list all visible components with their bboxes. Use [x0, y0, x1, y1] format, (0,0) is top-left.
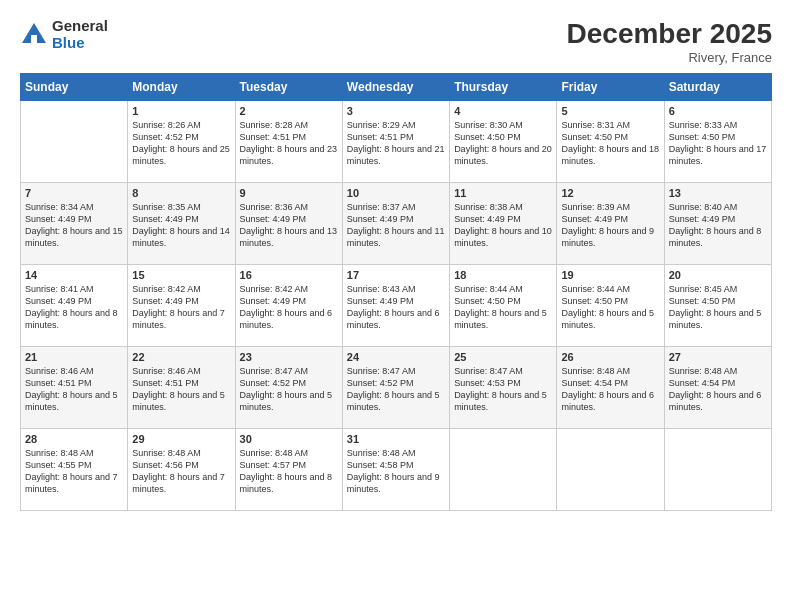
calendar-cell: 20Sunrise: 8:45 AMSunset: 4:50 PMDayligh… [664, 265, 771, 347]
cell-content: Sunrise: 8:30 AMSunset: 4:50 PMDaylight:… [454, 119, 552, 168]
calendar-cell: 30Sunrise: 8:48 AMSunset: 4:57 PMDayligh… [235, 429, 342, 511]
calendar-week-0: 1Sunrise: 8:26 AMSunset: 4:52 PMDaylight… [21, 101, 772, 183]
cell-content: Sunrise: 8:44 AMSunset: 4:50 PMDaylight:… [454, 283, 552, 332]
cell-content: Sunrise: 8:31 AMSunset: 4:50 PMDaylight:… [561, 119, 659, 168]
day-number: 12 [561, 187, 659, 199]
page: General Blue December 2025 Rivery, Franc… [0, 0, 792, 612]
cell-content: Sunrise: 8:26 AMSunset: 4:52 PMDaylight:… [132, 119, 230, 168]
day-number: 13 [669, 187, 767, 199]
calendar-cell: 9Sunrise: 8:36 AMSunset: 4:49 PMDaylight… [235, 183, 342, 265]
calendar-cell [21, 101, 128, 183]
calendar-cell: 14Sunrise: 8:41 AMSunset: 4:49 PMDayligh… [21, 265, 128, 347]
cell-content: Sunrise: 8:29 AMSunset: 4:51 PMDaylight:… [347, 119, 445, 168]
day-number: 14 [25, 269, 123, 281]
logo-blue-text: Blue [52, 35, 108, 52]
cell-content: Sunrise: 8:38 AMSunset: 4:49 PMDaylight:… [454, 201, 552, 250]
calendar-week-1: 7Sunrise: 8:34 AMSunset: 4:49 PMDaylight… [21, 183, 772, 265]
day-number: 7 [25, 187, 123, 199]
calendar-cell [450, 429, 557, 511]
cell-content: Sunrise: 8:48 AMSunset: 4:54 PMDaylight:… [669, 365, 767, 414]
day-number: 21 [25, 351, 123, 363]
day-number: 15 [132, 269, 230, 281]
calendar-cell: 29Sunrise: 8:48 AMSunset: 4:56 PMDayligh… [128, 429, 235, 511]
day-number: 6 [669, 105, 767, 117]
cell-content: Sunrise: 8:45 AMSunset: 4:50 PMDaylight:… [669, 283, 767, 332]
calendar-week-3: 21Sunrise: 8:46 AMSunset: 4:51 PMDayligh… [21, 347, 772, 429]
logo-text: General Blue [52, 18, 108, 51]
day-number: 16 [240, 269, 338, 281]
title-block: December 2025 Rivery, France [567, 18, 772, 65]
day-number: 25 [454, 351, 552, 363]
cell-content: Sunrise: 8:42 AMSunset: 4:49 PMDaylight:… [132, 283, 230, 332]
calendar-table: SundayMondayTuesdayWednesdayThursdayFrid… [20, 73, 772, 511]
cell-content: Sunrise: 8:40 AMSunset: 4:49 PMDaylight:… [669, 201, 767, 250]
header-cell-thursday: Thursday [450, 74, 557, 101]
cell-content: Sunrise: 8:35 AMSunset: 4:49 PMDaylight:… [132, 201, 230, 250]
cell-content: Sunrise: 8:34 AMSunset: 4:49 PMDaylight:… [25, 201, 123, 250]
cell-content: Sunrise: 8:48 AMSunset: 4:55 PMDaylight:… [25, 447, 123, 496]
cell-content: Sunrise: 8:48 AMSunset: 4:57 PMDaylight:… [240, 447, 338, 496]
calendar-cell: 15Sunrise: 8:42 AMSunset: 4:49 PMDayligh… [128, 265, 235, 347]
cell-content: Sunrise: 8:37 AMSunset: 4:49 PMDaylight:… [347, 201, 445, 250]
day-number: 23 [240, 351, 338, 363]
calendar-cell: 1Sunrise: 8:26 AMSunset: 4:52 PMDaylight… [128, 101, 235, 183]
calendar-header-row: SundayMondayTuesdayWednesdayThursdayFrid… [21, 74, 772, 101]
cell-content: Sunrise: 8:47 AMSunset: 4:52 PMDaylight:… [347, 365, 445, 414]
calendar-cell: 17Sunrise: 8:43 AMSunset: 4:49 PMDayligh… [342, 265, 449, 347]
calendar-cell: 11Sunrise: 8:38 AMSunset: 4:49 PMDayligh… [450, 183, 557, 265]
cell-content: Sunrise: 8:46 AMSunset: 4:51 PMDaylight:… [132, 365, 230, 414]
header: General Blue December 2025 Rivery, Franc… [20, 18, 772, 65]
day-number: 4 [454, 105, 552, 117]
cell-content: Sunrise: 8:48 AMSunset: 4:54 PMDaylight:… [561, 365, 659, 414]
header-cell-sunday: Sunday [21, 74, 128, 101]
cell-content: Sunrise: 8:43 AMSunset: 4:49 PMDaylight:… [347, 283, 445, 332]
cell-content: Sunrise: 8:48 AMSunset: 4:56 PMDaylight:… [132, 447, 230, 496]
cell-content: Sunrise: 8:47 AMSunset: 4:53 PMDaylight:… [454, 365, 552, 414]
calendar-cell: 31Sunrise: 8:48 AMSunset: 4:58 PMDayligh… [342, 429, 449, 511]
header-cell-wednesday: Wednesday [342, 74, 449, 101]
calendar-cell: 25Sunrise: 8:47 AMSunset: 4:53 PMDayligh… [450, 347, 557, 429]
day-number: 24 [347, 351, 445, 363]
calendar-cell: 24Sunrise: 8:47 AMSunset: 4:52 PMDayligh… [342, 347, 449, 429]
cell-content: Sunrise: 8:47 AMSunset: 4:52 PMDaylight:… [240, 365, 338, 414]
calendar-cell: 8Sunrise: 8:35 AMSunset: 4:49 PMDaylight… [128, 183, 235, 265]
calendar-cell: 22Sunrise: 8:46 AMSunset: 4:51 PMDayligh… [128, 347, 235, 429]
day-number: 20 [669, 269, 767, 281]
calendar-cell: 2Sunrise: 8:28 AMSunset: 4:51 PMDaylight… [235, 101, 342, 183]
calendar-cell: 4Sunrise: 8:30 AMSunset: 4:50 PMDaylight… [450, 101, 557, 183]
cell-content: Sunrise: 8:41 AMSunset: 4:49 PMDaylight:… [25, 283, 123, 332]
cell-content: Sunrise: 8:42 AMSunset: 4:49 PMDaylight:… [240, 283, 338, 332]
header-cell-saturday: Saturday [664, 74, 771, 101]
cell-content: Sunrise: 8:28 AMSunset: 4:51 PMDaylight:… [240, 119, 338, 168]
day-number: 22 [132, 351, 230, 363]
calendar-cell: 28Sunrise: 8:48 AMSunset: 4:55 PMDayligh… [21, 429, 128, 511]
calendar-cell [557, 429, 664, 511]
cell-content: Sunrise: 8:39 AMSunset: 4:49 PMDaylight:… [561, 201, 659, 250]
calendar-cell: 23Sunrise: 8:47 AMSunset: 4:52 PMDayligh… [235, 347, 342, 429]
calendar-cell: 6Sunrise: 8:33 AMSunset: 4:50 PMDaylight… [664, 101, 771, 183]
day-number: 17 [347, 269, 445, 281]
cell-content: Sunrise: 8:44 AMSunset: 4:50 PMDaylight:… [561, 283, 659, 332]
cell-content: Sunrise: 8:33 AMSunset: 4:50 PMDaylight:… [669, 119, 767, 168]
day-number: 8 [132, 187, 230, 199]
day-number: 9 [240, 187, 338, 199]
cell-content: Sunrise: 8:36 AMSunset: 4:49 PMDaylight:… [240, 201, 338, 250]
calendar-cell: 19Sunrise: 8:44 AMSunset: 4:50 PMDayligh… [557, 265, 664, 347]
calendar-cell: 13Sunrise: 8:40 AMSunset: 4:49 PMDayligh… [664, 183, 771, 265]
calendar-cell: 16Sunrise: 8:42 AMSunset: 4:49 PMDayligh… [235, 265, 342, 347]
calendar-cell: 21Sunrise: 8:46 AMSunset: 4:51 PMDayligh… [21, 347, 128, 429]
day-number: 19 [561, 269, 659, 281]
calendar-cell: 27Sunrise: 8:48 AMSunset: 4:54 PMDayligh… [664, 347, 771, 429]
cell-content: Sunrise: 8:46 AMSunset: 4:51 PMDaylight:… [25, 365, 123, 414]
logo-icon [20, 21, 48, 49]
day-number: 3 [347, 105, 445, 117]
header-cell-friday: Friday [557, 74, 664, 101]
day-number: 11 [454, 187, 552, 199]
cell-content: Sunrise: 8:48 AMSunset: 4:58 PMDaylight:… [347, 447, 445, 496]
calendar-cell: 7Sunrise: 8:34 AMSunset: 4:49 PMDaylight… [21, 183, 128, 265]
calendar-week-2: 14Sunrise: 8:41 AMSunset: 4:49 PMDayligh… [21, 265, 772, 347]
location: Rivery, France [567, 50, 772, 65]
day-number: 27 [669, 351, 767, 363]
header-cell-tuesday: Tuesday [235, 74, 342, 101]
day-number: 26 [561, 351, 659, 363]
